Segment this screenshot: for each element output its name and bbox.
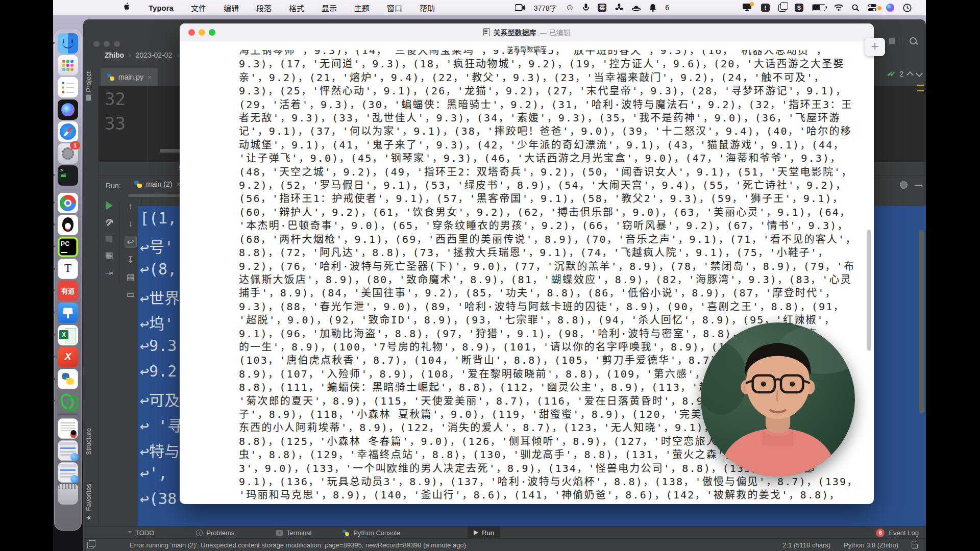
run-settings-gear-icon[interactable] [900,181,908,189]
apple-menu-icon[interactable] [124,3,131,13]
spotlight-search-icon[interactable] [852,4,860,12]
console-vscrollbar[interactable] [919,230,924,413]
dock-pycharm-icon[interactable]: PC [58,237,78,257]
event-log-badge: 6 [876,529,885,537]
alfred-hat-icon[interactable] [632,4,641,11]
pycharm-close-button[interactable] [93,41,100,47]
document-line: 9.1)，(136，'玩具总动员3'，8.9)，(137，'哈利·波特与火焰杯'… [239,475,871,488]
toolwindow-run[interactable]: Run [468,527,500,539]
dock-minimized-window-icon[interactable] [58,462,78,483]
rerun-button[interactable] [106,201,113,210]
dock-excel-icon[interactable]: X [58,325,78,345]
display-status-icon[interactable] [743,4,752,12]
document-line: (56，'指环王1：护戒使者'，9.1)，(57，'黑客帝国'，9.1)，(58… [239,192,871,205]
restore-layout-icon[interactable]: ▦ [104,249,115,261]
error-stripe-mark[interactable] [917,85,924,86]
dock-python-icon[interactable] [58,369,78,389]
fan-utility-icon[interactable] [615,4,623,12]
input-method-indicator[interactable]: 英 [598,4,606,12]
microphone-icon[interactable] [583,4,589,12]
run-panel-hide-icon[interactable] [915,185,922,186]
pin-tab-icon[interactable]: 📌︎ [101,266,117,282]
document-line: (48，'天空之城'，9.2)，(49，'指环王2：双塔奇兵'，9.2)，(50… [239,165,871,179]
dock-siri-icon[interactable] [58,99,78,120]
menu-item[interactable]: 窗口 [387,3,402,13]
dock-minimized-window-icon[interactable] [58,440,78,461]
alert-status-icon[interactable]: ! [761,4,770,12]
dock-screenshot-document-icon[interactable] [58,418,78,439]
error-stripe-mark[interactable] [917,90,924,91]
menu-item[interactable]: 编辑 [224,3,239,13]
menu-item[interactable]: 显示 [322,3,337,13]
toolwindow-python-console[interactable]: Python Console [336,527,406,539]
pycharm-zoom-button[interactable] [114,41,120,47]
up-stacktrace-icon[interactable]: ↑ [125,201,136,212]
dock-chrome-icon[interactable] [58,193,78,213]
scroll-to-end-icon[interactable]: ↧ [125,254,136,265]
typora-title-bar[interactable]: 关系型数据库 — 已编辑 [180,23,874,41]
document-line: 者无敌'，9.3)，(33，'乱世佳人'，9.3)，(34，'素媛'，9.3)，… [239,111,871,124]
search-everywhere-icon[interactable] [910,37,917,44]
dock-xmind-icon[interactable]: X [58,347,78,367]
interpreter-indicator[interactable]: Python 3.8 (Zhibo) [844,541,898,549]
typora-scrollbar[interactable] [867,230,871,351]
control-center-icon[interactable] [868,4,877,11]
menu-app-name[interactable]: Typora [149,4,174,12]
new-tab-button[interactable]: + [865,38,885,56]
s-app-icon[interactable]: S [795,4,803,12]
dock-trash-icon[interactable] [58,484,78,505]
toolwindow-terminal[interactable]: › Terminal [270,527,317,539]
battery-icon[interactable] [812,4,825,11]
menu-item[interactable]: 文件 [191,3,206,13]
window-restore-icon[interactable] [87,542,94,548]
dock-system-preferences-icon[interactable]: 1 [58,143,78,164]
clock-utility-icon[interactable] [903,4,912,12]
down-stacktrace-icon[interactable]: ↓ [125,218,136,230]
siri-icon[interactable] [886,4,894,12]
screen-record-icon[interactable] [515,4,525,11]
pycharm-minimize-button[interactable] [104,41,110,47]
run-tab-main-2[interactable]: main (2) × [134,180,181,188]
breadcrumb-folder[interactable]: 2023-02-02 [136,51,173,59]
print-icon[interactable]: ▤ [125,271,136,283]
caret-position[interactable]: 2:1 (5118 chars) [782,541,830,549]
event-log[interactable]: 6 Event Log [876,529,926,537]
dock-qq-icon[interactable] [58,215,78,235]
dock-typora-icon[interactable]: T [58,259,78,279]
dock-keynote-icon[interactable] [58,303,78,323]
sidebar-item-structure[interactable]: Structure [85,428,92,455]
menu-item[interactable]: 主题 [354,3,370,13]
clear-console-icon[interactable]: ▭ [125,289,136,300]
toolwindow-todo[interactable]: ≡ TODO [122,527,160,539]
next-problem-icon[interactable] [916,69,923,77]
smiley-icon[interactable]: ☺ [566,3,574,13]
lock-icon[interactable] [912,544,918,549]
prev-problem-icon[interactable] [906,71,914,79]
stop-process-button[interactable] [106,236,112,242]
status-message[interactable]: Error running 'main (2)': Unexpected con… [130,541,466,549]
dock-navicat-icon[interactable] [58,391,78,411]
bell-icon[interactable] [649,4,656,12]
stop-button[interactable] [889,38,895,44]
sidebar-item-project[interactable]: Project [85,71,92,100]
dock-separator [58,414,78,415]
wifi-icon[interactable] [834,4,843,11]
menu-item[interactable]: 帮助 [420,3,435,13]
dock-safari-icon[interactable] [58,121,78,142]
dock-reminders-icon[interactable] [58,77,78,97]
dock-finder-icon[interactable] [58,33,78,54]
breadcrumb-project[interactable]: Zhibo [105,51,124,59]
toolwindow-problems[interactable]: ! Problems [190,527,240,539]
menu-item[interactable]: 段落 [256,3,272,13]
windows-stack-icon[interactable] [778,4,786,12]
dock-launchpad-icon[interactable] [58,55,78,76]
menu-item[interactable]: 格式 [289,3,304,13]
tab-close-icon[interactable]: × [148,73,152,81]
edit-configuration-icon[interactable] [105,219,113,227]
soft-wrap-icon[interactable]: ↩ [125,236,137,248]
dock-terminal-icon[interactable] [58,165,78,186]
tab-main-py[interactable]: main.py × [101,68,158,86]
sidebar-item-favorites[interactable]: ★ Favorites [85,484,92,521]
dock-youdao-icon[interactable]: 有道 [58,281,78,301]
inspections-widget[interactable]: ✔✔ 2 [887,69,922,79]
